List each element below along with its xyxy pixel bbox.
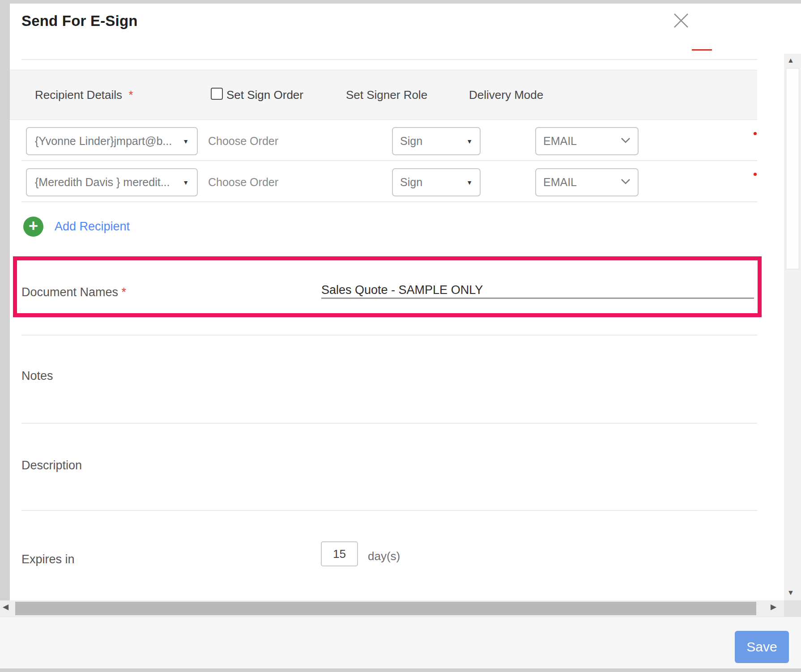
red-underline-fragment — [692, 49, 712, 51]
scroll-down-icon[interactable]: ▼ — [787, 589, 794, 597]
scroll-right-icon[interactable]: ▶ — [771, 602, 776, 612]
chevron-down-icon — [621, 137, 631, 145]
window-frame — [0, 0, 10, 600]
caret-down-icon: ▼ — [183, 138, 189, 145]
input-underline — [321, 298, 754, 299]
description-label: Description — [21, 459, 82, 472]
delivery-mode-header: Delivery Mode — [469, 88, 543, 102]
recipient-select[interactable]: {Yvonne Linder}jmpart@b... ▼ — [26, 127, 198, 155]
delivery-mode-select[interactable]: EMAIL — [535, 168, 639, 196]
required-asterisk: * — [129, 88, 133, 102]
expires-in-label: Expires in — [21, 553, 75, 566]
signer-role-select[interactable]: Sign ▼ — [392, 127, 481, 155]
expires-days-input[interactable]: 15 — [321, 541, 358, 566]
plus-icon: + — [23, 217, 43, 237]
document-names-input[interactable]: Sales Quote - SAMPLE ONLY — [321, 283, 483, 297]
caret-down-icon: ▼ — [466, 138, 473, 145]
close-icon — [673, 13, 689, 30]
scroll-up-icon[interactable]: ▲ — [787, 56, 794, 64]
notes-input[interactable] — [321, 358, 754, 398]
choose-order-button[interactable]: Choose Order — [208, 135, 278, 148]
window-frame — [0, 0, 801, 4]
document-names-label: Document Names * — [21, 285, 126, 299]
save-button[interactable]: Save — [735, 631, 789, 663]
divider — [21, 335, 757, 336]
required-asterisk: * — [122, 285, 127, 299]
add-recipient-label: Add Recipient — [55, 220, 130, 234]
days-unit-label: day(s) — [368, 549, 400, 563]
add-recipient-button[interactable]: + Add Recipient — [23, 217, 130, 237]
dialog-footer — [0, 617, 801, 668]
horizontal-scrollbar-thumb[interactable] — [15, 602, 756, 615]
set-sign-order-checkbox[interactable] — [211, 88, 223, 100]
send-for-esign-dialog: Send For E-Sign Recipient Details * Set … — [0, 0, 801, 672]
required-indicator-dot — [754, 132, 757, 135]
vertical-scrollbar-thumb[interactable] — [786, 68, 799, 269]
delivery-mode-select[interactable]: EMAIL — [535, 127, 639, 155]
set-signer-role-header: Set Signer Role — [346, 88, 427, 102]
dialog-title: Send For E-Sign — [21, 13, 138, 30]
chevron-down-icon — [621, 179, 631, 187]
description-input[interactable] — [321, 447, 754, 488]
caret-down-icon: ▼ — [183, 179, 189, 186]
recipient-select[interactable]: {Meredith Davis } meredit... ▼ — [26, 168, 198, 196]
divider — [21, 423, 757, 424]
scroll-left-icon[interactable]: ◀ — [3, 602, 9, 612]
divider — [21, 59, 757, 60]
set-sign-order-label: Set Sign Order — [226, 88, 303, 102]
close-button[interactable] — [671, 12, 691, 31]
divider — [21, 201, 757, 202]
signer-role-select[interactable]: Sign ▼ — [392, 168, 481, 196]
divider — [21, 510, 757, 511]
caret-down-icon: ▼ — [466, 179, 473, 186]
window-frame — [0, 668, 801, 672]
choose-order-button[interactable]: Choose Order — [208, 176, 278, 189]
divider — [21, 160, 757, 161]
recipient-details-header: Recipient Details * — [35, 88, 133, 102]
notes-label: Notes — [21, 369, 53, 383]
required-indicator-dot — [754, 173, 757, 176]
